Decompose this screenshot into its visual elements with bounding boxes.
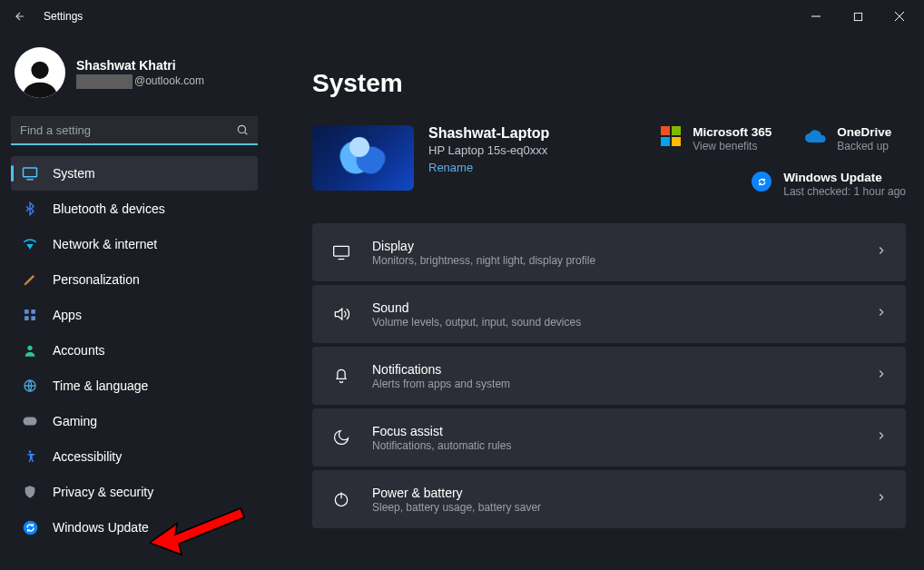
power-icon — [330, 488, 352, 510]
svg-rect-7 — [24, 168, 37, 177]
card-display[interactable]: Display Monitors, brightness, night ligh… — [312, 223, 906, 281]
search-icon — [236, 123, 249, 140]
card-sub: Alerts from apps and system — [372, 378, 855, 390]
sidebar-item-label: Windows Update — [53, 520, 149, 535]
svg-rect-10 — [31, 310, 35, 314]
svg-rect-12 — [31, 316, 35, 320]
window-title: Settings — [44, 10, 83, 23]
sidebar-item-label: Accessibility — [53, 449, 122, 464]
tile-windows-update[interactable]: Windows Update Last checked: 1 hour ago — [751, 171, 906, 198]
shield-icon — [22, 484, 38, 500]
sidebar-item-apps[interactable]: Apps — [11, 298, 258, 332]
desktop-wallpaper-thumbnail[interactable] — [312, 125, 414, 191]
svg-point-16 — [29, 450, 32, 453]
sidebar-item-label: Accounts — [53, 343, 105, 358]
card-focus-assist[interactable]: Focus assist Notifications, automatic ru… — [312, 408, 906, 467]
sidebar-item-accessibility[interactable]: Accessibility — [11, 439, 258, 474]
sidebar-item-label: System — [53, 166, 95, 181]
main-panel: System Shashwat-Laptop HP Laptop 15s-eq0… — [269, 33, 924, 570]
sidebar: Shashwat Khatri @outlook.com System — [0, 33, 269, 570]
card-notifications[interactable]: Notifications Alerts from apps and syste… — [312, 347, 906, 405]
svg-point-17 — [23, 520, 37, 535]
tile-onedrive[interactable]: OneDrive Backed up — [804, 125, 891, 152]
svg-line-6 — [245, 133, 248, 135]
tile-sub: Backed up — [837, 140, 891, 152]
card-title: Focus assist — [372, 424, 855, 438]
card-title: Sound — [372, 300, 855, 315]
svg-point-5 — [238, 125, 245, 133]
chevron-right-icon — [875, 368, 888, 384]
sidebar-item-accounts[interactable]: Accounts — [11, 333, 258, 368]
user-name: Shashwat Khatri — [76, 58, 204, 73]
rename-link[interactable]: Rename — [428, 161, 549, 174]
sidebar-item-label: Personalization — [53, 272, 140, 287]
device-name: Shashwat-Laptop — [428, 125, 549, 142]
onedrive-icon — [804, 125, 826, 147]
card-sub: Sleep, battery usage, battery saver — [372, 501, 855, 514]
update-icon — [22, 519, 38, 536]
window-controls — [795, 0, 920, 33]
svg-marker-20 — [335, 309, 342, 319]
card-title: Notifications — [372, 362, 855, 377]
device-row: Shashwat-Laptop HP Laptop 15s-eq0xxx Ren… — [312, 125, 906, 198]
redacted-email-prefix — [76, 74, 133, 89]
bluetooth-icon — [22, 201, 38, 217]
user-account-row[interactable]: Shashwat Khatri @outlook.com — [11, 40, 258, 113]
svg-rect-15 — [24, 418, 37, 426]
bell-icon — [330, 365, 352, 387]
card-title: Display — [372, 239, 855, 253]
sidebar-item-privacy[interactable]: Privacy & security — [11, 475, 258, 509]
chevron-right-icon — [875, 244, 888, 260]
windows-update-icon — [751, 171, 772, 192]
apps-icon — [22, 307, 38, 323]
wifi-icon — [22, 236, 38, 252]
sidebar-item-label: Apps — [53, 308, 82, 322]
search-wrap — [11, 116, 258, 145]
sidebar-item-windows-update[interactable]: Windows Update — [11, 510, 258, 545]
sidebar-item-system[interactable]: System — [11, 156, 258, 191]
maximize-button[interactable] — [837, 0, 879, 33]
tile-title: OneDrive — [837, 125, 891, 139]
sidebar-item-time-language[interactable]: Time & language — [11, 369, 258, 403]
tile-microsoft-365[interactable]: Microsoft 365 View benefits — [660, 125, 772, 152]
card-sound[interactable]: Sound Volume levels, output, input, soun… — [312, 285, 906, 343]
card-sub: Monitors, brightness, night light, displ… — [372, 254, 855, 267]
sidebar-item-network[interactable]: Network & internet — [11, 227, 258, 261]
user-email: @outlook.com — [76, 74, 204, 87]
tile-sub: Last checked: 1 hour ago — [783, 185, 906, 198]
sidebar-item-label: Network & internet — [53, 237, 157, 251]
device-model: HP Laptop 15s-eq0xxx — [428, 143, 549, 157]
display-icon — [330, 241, 352, 263]
avatar — [15, 47, 65, 98]
chevron-right-icon — [875, 429, 888, 446]
chevron-right-icon — [875, 491, 888, 507]
titlebar: Settings — [0, 0, 924, 33]
sidebar-item-label: Bluetooth & devices — [53, 201, 165, 216]
nav-list: System Bluetooth & devices Network & int… — [11, 156, 258, 545]
sidebar-item-gaming[interactable]: Gaming — [11, 404, 258, 438]
sidebar-item-label: Privacy & security — [53, 485, 153, 499]
minimize-button[interactable] — [795, 0, 837, 33]
settings-cards: Display Monitors, brightness, night ligh… — [312, 223, 906, 528]
card-power-battery[interactable]: Power & battery Sleep, battery usage, ba… — [312, 470, 906, 528]
paintbrush-icon — [22, 271, 38, 288]
sidebar-item-personalization[interactable]: Personalization — [11, 262, 258, 297]
person-icon — [22, 342, 38, 359]
sidebar-item-bluetooth[interactable]: Bluetooth & devices — [11, 192, 258, 226]
svg-rect-1 — [854, 13, 861, 20]
svg-rect-11 — [25, 316, 29, 320]
accessibility-icon — [22, 448, 38, 465]
back-button[interactable] — [4, 0, 36, 33]
svg-rect-9 — [25, 310, 29, 314]
microsoft-365-icon — [660, 125, 682, 147]
svg-rect-18 — [334, 246, 349, 256]
tile-title: Windows Update — [783, 171, 906, 184]
card-title: Power & battery — [372, 486, 855, 500]
sidebar-item-label: Time & language — [53, 378, 148, 393]
monitor-icon — [22, 165, 38, 182]
globe-icon — [22, 378, 38, 394]
close-button[interactable] — [879, 0, 920, 33]
card-sub: Volume levels, output, input, sound devi… — [372, 316, 855, 329]
card-sub: Notifications, automatic rules — [372, 439, 855, 452]
search-input[interactable] — [11, 116, 258, 145]
